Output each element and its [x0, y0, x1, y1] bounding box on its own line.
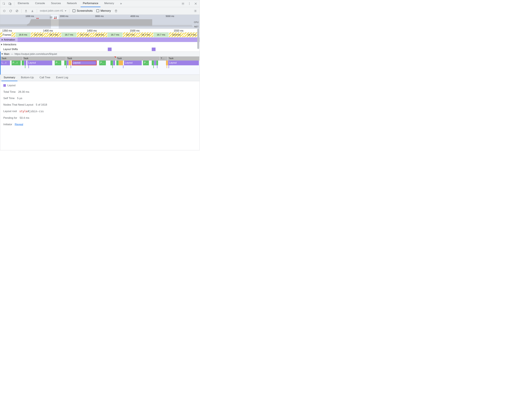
flame-block[interactable]: Layout — [168, 61, 199, 65]
flame-sliver[interactable] — [66, 65, 67, 68]
close-icon[interactable] — [193, 1, 199, 6]
selected-layout-event[interactable]: Layout — [72, 61, 97, 65]
expand-icon[interactable] — [2, 39, 3, 41]
tab-performance[interactable]: Performance — [81, 0, 101, 7]
overview-timeline[interactable]: 1000 ms2000 ms3000 ms4000 ms5000 ms CPU … — [0, 15, 200, 29]
flame-block[interactable] — [64, 61, 67, 65]
frame-cell[interactable]: 16.7 ms — [108, 32, 122, 37]
main-thread-label: Main — [4, 52, 10, 56]
frames-track[interactable]: Frames ms16.6 ms16.7 ms16.7 ms16.7 ms16.… — [0, 32, 200, 37]
frame-cell[interactable]: 16.7 ms — [138, 32, 153, 37]
flame-sliver[interactable] — [112, 65, 113, 68]
flame-block[interactable]: Layout — [27, 61, 52, 65]
tab-overflow[interactable]: » — [118, 0, 124, 7]
task-block[interactable]: T… — [160, 56, 168, 61]
frame-cell[interactable]: 16.7 ms — [77, 32, 92, 37]
layout-shifts-track[interactable]: Layout Shifts — [0, 47, 200, 51]
tab-memory[interactable]: Memory — [102, 0, 116, 7]
details-tab-event-log[interactable]: Event Log — [54, 74, 70, 81]
flame-sliver[interactable] — [28, 65, 29, 68]
frame-cell[interactable]: 16.7 ms — [61, 32, 76, 37]
tab-elements[interactable]: Elements — [16, 0, 31, 7]
flame-block[interactable] — [69, 61, 72, 65]
clear-icon[interactable] — [14, 8, 20, 14]
interactions-track-label: Interactions — [3, 43, 16, 46]
frame-cell[interactable]: 16.7 ms — [123, 32, 138, 37]
flame-block[interactable] — [24, 61, 26, 65]
flame-block[interactable] — [22, 61, 24, 65]
flame-block[interactable] — [152, 61, 154, 65]
divider — [37, 9, 37, 13]
flame-block[interactable]: L…t — [1, 61, 10, 65]
screenshots-checkbox[interactable]: Screenshots — [73, 9, 93, 13]
details-tab-bottom-up[interactable]: Bottom-Up — [19, 74, 36, 81]
flame-sliver[interactable] — [169, 65, 169, 68]
task-block[interactable]: Task — [116, 56, 160, 61]
recording-selector-label: output.jsbin.com #1 — [40, 9, 63, 13]
flame-block[interactable] — [116, 61, 119, 65]
layout-shift-event[interactable] — [108, 48, 112, 51]
flame-block[interactable] — [119, 61, 123, 65]
upload-profile-icon[interactable] — [23, 8, 29, 14]
tab-sources[interactable]: Sources — [49, 0, 63, 7]
details-tabs: Summary Bottom-Up Call Tree Event Log — [0, 74, 200, 81]
task-block[interactable]: Task — [1, 56, 23, 61]
record-icon[interactable] — [1, 8, 7, 14]
value-layout-root[interactable]: style#jsbin-css — [19, 110, 44, 113]
kebab-menu-icon[interactable] — [186, 1, 192, 6]
details-tab-summary[interactable]: Summary — [1, 74, 18, 81]
task-block[interactable]: Task — [66, 56, 116, 61]
capture-settings-icon[interactable] — [192, 8, 198, 14]
task-block[interactable]: Task — [23, 56, 66, 61]
expand-icon[interactable] — [1, 44, 2, 45]
chevron-down-icon — [65, 11, 66, 12]
scrollbar-thumb[interactable] — [197, 29, 199, 49]
interactions-track[interactable]: Interactions — [0, 42, 200, 47]
download-profile-icon[interactable] — [30, 8, 35, 14]
frame-cell[interactable]: 16.7 ms — [153, 32, 169, 37]
flame-block[interactable]: P… — [143, 61, 149, 65]
animation-track[interactable]: Animation — [0, 37, 200, 42]
flame-block[interactable] — [156, 61, 158, 65]
timeline-ruler[interactable]: 1350 ms1400 ms1450 ms1500 ms1550 ms — [0, 29, 200, 32]
flame-block[interactable]: P…t — [12, 61, 21, 65]
recording-selector[interactable]: output.jsbin.com #1 — [38, 9, 68, 13]
flame-block[interactable]: P… — [99, 61, 106, 65]
flame-block[interactable]: Layout — [124, 61, 142, 65]
flame-block[interactable] — [113, 61, 115, 65]
settings-icon[interactable] — [180, 1, 186, 6]
tab-network[interactable]: Network — [65, 0, 79, 7]
details-tab-call-tree[interactable]: Call Tree — [37, 74, 52, 81]
flame-sliver[interactable] — [153, 65, 154, 68]
flame-sliver[interactable] — [123, 65, 123, 68]
frames-track-label: Frames — [2, 32, 12, 37]
label-initiator: Initiator — [3, 123, 12, 126]
frame-cell[interactable]: 16.6 ms — [92, 32, 107, 37]
flame-block[interactable] — [67, 61, 69, 65]
device-toolbar-icon[interactable] — [7, 1, 13, 6]
flame-block[interactable] — [166, 61, 168, 65]
tab-console[interactable]: Console — [33, 0, 47, 7]
flame-chart[interactable]: TaskTaskTaskTaskT…Task L…tP…tLayoutP…Lay… — [1, 56, 200, 74]
flame-sliver[interactable] — [157, 65, 158, 68]
frame-cell[interactable]: 16.6 ms — [169, 32, 184, 37]
frame-cell[interactable]: 16.7 ms — [31, 32, 46, 37]
reload-record-icon[interactable] — [8, 8, 13, 14]
layout-shift-event[interactable] — [152, 48, 156, 51]
task-block[interactable]: Task — [168, 56, 200, 61]
flame-sliver[interactable] — [71, 65, 71, 68]
main-thread-track[interactable]: Main — https://output.jsbin.com/elisum/9… — [0, 51, 200, 74]
inspect-element-icon[interactable] — [1, 1, 7, 6]
flame-sliver[interactable] — [167, 65, 167, 68]
flame-sliver[interactable] — [25, 65, 25, 68]
flame-block[interactable] — [154, 61, 156, 65]
frame-cell[interactable]: 16.7 ms — [184, 32, 199, 37]
frame-cell[interactable]: 16.6 ms — [16, 32, 31, 37]
delete-profile-icon[interactable] — [113, 8, 119, 14]
flame-block[interactable] — [110, 61, 113, 65]
frame-cell[interactable]: 16.7 ms — [46, 32, 61, 37]
flame-block[interactable]: P… — [55, 61, 62, 65]
memory-checkbox[interactable]: Memory — [96, 9, 111, 13]
initiator-reveal-link[interactable]: Reveal — [15, 123, 23, 126]
collapse-icon[interactable] — [1, 53, 3, 55]
